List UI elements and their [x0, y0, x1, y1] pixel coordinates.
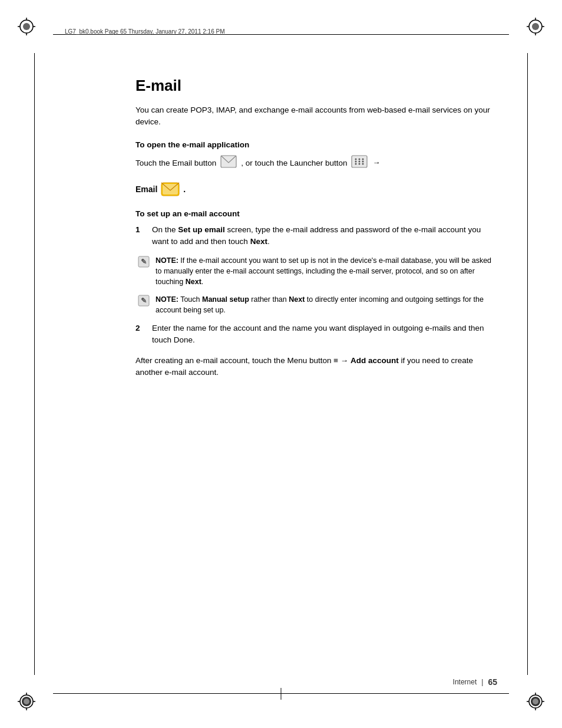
email-instruction-line: Touch the Email button , or touch the La…: [135, 155, 497, 172]
email-label-line: Email .: [135, 180, 497, 199]
svg-point-33: [362, 160, 364, 162]
svg-text:✎: ✎: [141, 258, 147, 266]
svg-point-35: [359, 163, 361, 164]
svg-point-36: [362, 163, 364, 164]
step-2: 2 Enter the name for the account and the…: [135, 322, 497, 347]
footer-page-number: 65: [488, 677, 497, 687]
page: LG7_bk0.book Page 65 Thursday, January 2…: [0, 0, 562, 728]
note-2-text: NOTE: Touch Manual setup rather than Nex…: [156, 294, 497, 315]
svg-point-30: [362, 158, 364, 160]
svg-text:✎: ✎: [141, 297, 147, 305]
svg-point-14: [24, 699, 29, 704]
content-area: E-mail You can create POP3, IMAP, and ex…: [135, 77, 497, 651]
svg-point-21: [533, 699, 538, 704]
email-app-icon: [161, 180, 180, 199]
svg-point-31: [355, 160, 357, 162]
instruction-arrow: →: [372, 157, 380, 169]
reg-line-right: [527, 53, 528, 675]
svg-point-1: [23, 23, 30, 30]
corner-top-right: [509, 18, 544, 53]
step-2-content: Enter the name for the account and the n…: [152, 322, 497, 347]
step-1-number: 1: [135, 224, 147, 236]
svg-point-7: [532, 23, 539, 30]
instruction-text-before: Touch the Email button: [135, 157, 216, 170]
footer: Internet | 65: [453, 677, 497, 687]
email-period: .: [183, 185, 186, 194]
footer-section: Internet: [453, 678, 477, 686]
note-1-icon: ✎: [138, 256, 151, 268]
email-label-text: Email: [135, 185, 157, 194]
note-1: ✎ NOTE: If the e-mail account you want t…: [135, 255, 497, 287]
setup-steps-list: 1 On the Set up email screen, type the e…: [135, 224, 497, 248]
launcher-button-icon: [351, 155, 368, 172]
intro-paragraph: You can create POP3, IMAP, and exchange …: [135, 104, 497, 129]
instruction-text-middle: , or touch the Launcher button: [241, 157, 347, 170]
svg-point-32: [359, 160, 361, 162]
corner-bottom-right: [509, 675, 544, 710]
corner-top-left: [18, 18, 53, 53]
svg-point-28: [355, 158, 357, 160]
tick-bottom-center: [281, 688, 282, 700]
reg-line-left: [34, 53, 35, 675]
svg-point-29: [359, 158, 361, 160]
email-button-icon: [220, 155, 237, 172]
setup-section: To set up an e-mail account 1 On the Set…: [135, 209, 497, 347]
footer-separator: |: [481, 678, 483, 686]
step-2-number: 2: [135, 322, 147, 334]
after-paragraph: After creating an e-mail account, touch …: [135, 355, 497, 379]
step-1: 1 On the Set up email screen, type the e…: [135, 224, 497, 248]
open-section-header: To open the e-mail application: [135, 140, 497, 149]
svg-point-34: [355, 163, 357, 164]
step-1-content: On the Set up email screen, type the e-m…: [152, 224, 497, 248]
page-title: E-mail: [135, 77, 497, 95]
setup-section-header: To set up an e-mail account: [135, 209, 497, 218]
corner-bottom-left: [18, 675, 53, 710]
note-1-text: NOTE: If the e-mail account you want to …: [156, 255, 497, 287]
note-2: ✎ NOTE: Touch Manual setup rather than N…: [135, 294, 497, 315]
step-2-list: 2 Enter the name for the account and the…: [135, 322, 497, 347]
file-info: LG7_bk0.book Page 65 Thursday, January 2…: [65, 28, 224, 35]
note-2-icon: ✎: [138, 295, 151, 307]
